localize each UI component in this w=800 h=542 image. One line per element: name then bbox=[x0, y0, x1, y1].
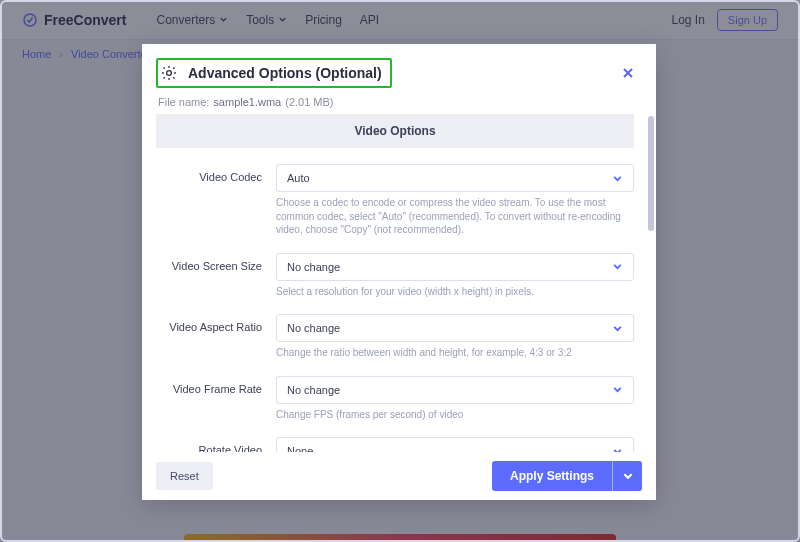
chevron-down-icon bbox=[612, 173, 623, 184]
chevron-down-icon bbox=[612, 446, 623, 453]
scroll-area[interactable]: Video Options Video Codec Auto Choose a … bbox=[142, 114, 648, 452]
modal-footer: Reset Apply Settings bbox=[142, 452, 656, 500]
scrollbar-thumb[interactable] bbox=[648, 116, 654, 231]
section-header: Video Options bbox=[156, 114, 634, 148]
select-frame-rate[interactable]: No change bbox=[276, 376, 634, 404]
field-frame-rate: Video Frame Rate No change Change FPS (f… bbox=[156, 376, 634, 432]
modal-title: Advanced Options (Optional) bbox=[188, 65, 382, 81]
apply-dropdown-button[interactable] bbox=[612, 461, 642, 491]
label-frame-rate: Video Frame Rate bbox=[156, 376, 276, 432]
close-button[interactable] bbox=[618, 63, 638, 83]
field-aspect-ratio: Video Aspect Ratio No change Change the … bbox=[156, 314, 634, 370]
apply-button-group: Apply Settings bbox=[492, 461, 642, 491]
chevron-down-icon bbox=[612, 261, 623, 272]
close-icon bbox=[621, 66, 635, 80]
field-video-codec: Video Codec Auto Choose a codec to encod… bbox=[156, 164, 634, 247]
file-name: sample1.wma bbox=[213, 96, 281, 108]
advanced-options-modal: Advanced Options (Optional) File name: s… bbox=[142, 44, 656, 500]
field-screen-size: Video Screen Size No change Select a res… bbox=[156, 253, 634, 309]
chevron-down-icon bbox=[612, 323, 623, 334]
select-rotate-video[interactable]: None bbox=[276, 437, 634, 452]
file-size: (2.01 MB) bbox=[285, 96, 333, 108]
file-label: File name: bbox=[158, 96, 209, 108]
svg-point-1 bbox=[167, 71, 172, 76]
label-rotate-video: Rotate Video bbox=[156, 437, 276, 452]
reset-button[interactable]: Reset bbox=[156, 462, 213, 490]
select-video-codec[interactable]: Auto bbox=[276, 164, 634, 192]
help-frame-rate: Change FPS (frames per second) of video bbox=[276, 408, 634, 422]
modal-header: Advanced Options (Optional) File name: s… bbox=[142, 44, 656, 114]
help-video-codec: Choose a codec to encode or compress the… bbox=[276, 196, 634, 237]
modal-body: Video Options Video Codec Auto Choose a … bbox=[142, 114, 656, 452]
label-video-codec: Video Codec bbox=[156, 164, 276, 247]
gear-icon bbox=[160, 64, 178, 82]
help-screen-size: Select a resolution for your video (widt… bbox=[276, 285, 634, 299]
file-info: File name: sample1.wma (2.01 MB) bbox=[156, 96, 638, 108]
label-aspect-ratio: Video Aspect Ratio bbox=[156, 314, 276, 370]
help-aspect-ratio: Change the ratio between width and heigh… bbox=[276, 346, 634, 360]
chevron-down-icon bbox=[622, 470, 634, 482]
chevron-down-icon bbox=[612, 384, 623, 395]
label-screen-size: Video Screen Size bbox=[156, 253, 276, 309]
select-screen-size[interactable]: No change bbox=[276, 253, 634, 281]
scrollbar[interactable] bbox=[648, 116, 654, 450]
field-rotate-video: Rotate Video None Video will be rotated … bbox=[156, 437, 634, 452]
modal-title-box: Advanced Options (Optional) bbox=[156, 58, 392, 88]
apply-settings-button[interactable]: Apply Settings bbox=[492, 461, 612, 491]
select-aspect-ratio[interactable]: No change bbox=[276, 314, 634, 342]
